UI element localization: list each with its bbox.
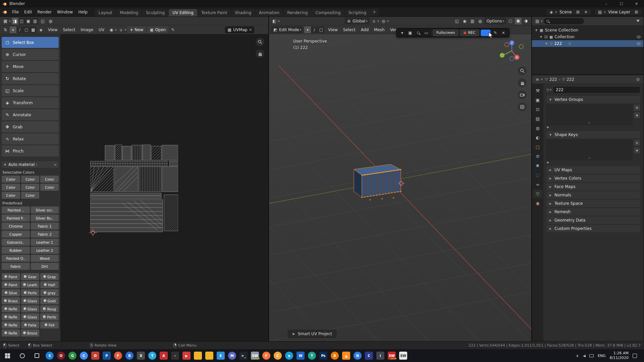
- tool-button[interactable]: ∿ Relax: [2, 133, 59, 144]
- taskbar-app-icon[interactable]: F: [114, 352, 122, 360]
- predefined-material-button[interactable]: Rubber: [2, 247, 30, 254]
- tool-button[interactable]: ↻ Rotate: [2, 73, 59, 84]
- operator-panel[interactable]: ▶ Smart UV Project: [288, 330, 336, 338]
- color-button[interactable]: Color: [40, 176, 59, 183]
- vertex-group-specials-button[interactable]: ▾: [634, 112, 640, 119]
- predefined-material-button[interactable]: Fabric: [2, 263, 30, 270]
- taskbar-app-icon[interactable]: N: [354, 352, 362, 360]
- workspace-tab[interactable]: Modeling: [116, 9, 142, 16]
- properties-tab[interactable]: ◌: [533, 171, 542, 179]
- uv-editor-menu[interactable]: UV: [96, 27, 107, 32]
- workspace-tab[interactable]: Texture Paint: [198, 9, 231, 16]
- taskbar-app-icon[interactable]: G: [68, 352, 76, 360]
- predefined-material-button[interactable]: Leather 2: [31, 247, 59, 254]
- properties-tab[interactable]: ▽: [533, 190, 542, 198]
- new-view-layer-icon[interactable]: ⊞: [633, 9, 640, 15]
- recorder-close-icon[interactable]: ✕: [500, 29, 507, 36]
- delete-scene-icon[interactable]: ✕: [583, 9, 589, 15]
- specials-arrow-icon[interactable]: ▶: [547, 126, 640, 129]
- outliner-row-collection[interactable]: ▼ ☑ ▦ Collection: [532, 34, 643, 40]
- workspace-tab[interactable]: Animation: [255, 9, 283, 16]
- collection-checkbox[interactable]: ☑: [544, 35, 548, 39]
- taskbar-app-icon[interactable]: ▶: [182, 352, 191, 360]
- minimize-button[interactable]: –: [599, 0, 614, 7]
- taskbar-app-icon[interactable]: C: [365, 352, 373, 360]
- pan-hand-icon[interactable]: [256, 49, 264, 58]
- image-open-button[interactable]: ▣Open: [147, 26, 168, 33]
- unlink-icon[interactable]: ✕: [249, 28, 252, 32]
- uv-editor-menu[interactable]: Image: [78, 27, 96, 32]
- taskbar-app-icon[interactable]: –: [171, 352, 179, 360]
- uv-editor-menu[interactable]: Select: [60, 27, 78, 32]
- specials-arrow-icon[interactable]: ▶: [547, 161, 640, 164]
- task-view-icon[interactable]: [30, 349, 44, 362]
- tray-expand-icon[interactable]: ∧: [576, 354, 579, 358]
- close-button[interactable]: ✕: [629, 0, 644, 7]
- material-button[interactable]: Perfo: [21, 289, 40, 296]
- snap-magnet-icon[interactable]: ∪: [371, 18, 377, 24]
- taskbar-app-icon[interactable]: >_: [239, 352, 248, 360]
- tool-button[interactable]: ✛ Move: [2, 61, 59, 72]
- menubar-menu[interactable]: Edit: [21, 10, 35, 14]
- sticky-select-icon[interactable]: ◈: [38, 26, 44, 33]
- new-scene-icon[interactable]: ⊞: [575, 9, 581, 15]
- camera-view-icon[interactable]: [518, 90, 527, 99]
- workspace-tab[interactable]: Layout: [95, 9, 116, 16]
- show-gizmo-icon[interactable]: ◱: [453, 18, 460, 24]
- panel-collapsed[interactable]: ▶ Texture Space: [546, 200, 640, 207]
- outliner-row-object-222[interactable]: ▼ ▽ 222 ▽: [532, 40, 643, 47]
- predefined-material-button[interactable]: Copper: [2, 231, 30, 238]
- panel-collapsed[interactable]: ▶ Normals: [546, 191, 640, 199]
- resize-grip-icon[interactable]: ≡: [588, 157, 591, 160]
- hide-in-viewport-icon[interactable]: [637, 42, 641, 45]
- display-toggle-icon[interactable]: ◫: [18, 18, 25, 24]
- search-icon[interactable]: [15, 349, 30, 362]
- material-button[interactable]: Gold: [40, 297, 59, 304]
- outliner-search-input[interactable]: [544, 18, 584, 24]
- hide-in-viewport-icon[interactable]: [637, 36, 641, 38]
- predefined-material-button[interactable]: Dirt: [31, 263, 59, 270]
- add-workspace-button[interactable]: +: [370, 8, 379, 16]
- properties-tab[interactable]: ⚙: [533, 152, 542, 160]
- pan-hand-icon[interactable]: [518, 78, 527, 87]
- taskbar-app-icon[interactable]: X: [137, 352, 145, 360]
- menubar-menu[interactable]: File: [9, 10, 21, 14]
- material-button[interactable]: Silve: [2, 289, 20, 296]
- display-toggle-icon[interactable]: ▣: [25, 18, 32, 24]
- material-button[interactable]: Bronz: [21, 329, 40, 337]
- tool-button[interactable]: ◱ Scale: [2, 85, 59, 96]
- taskbar-app-icon[interactable]: i: [376, 352, 384, 360]
- mode-dropdown[interactable]: ◩ Edit Mode ▾: [271, 26, 303, 33]
- properties-tab[interactable]: ⊡: [533, 105, 542, 113]
- select-edge-icon[interactable]: ∕: [311, 26, 318, 33]
- tool-button[interactable]: ✎ Annotate: [2, 109, 59, 120]
- zoom-icon[interactable]: [518, 66, 527, 75]
- taskbar-app-icon[interactable]: C: [80, 352, 88, 360]
- taskbar-app-icon[interactable]: A: [160, 352, 168, 360]
- shape-key-specials-button[interactable]: ▾: [634, 147, 640, 154]
- language-indicator[interactable]: ENG: [598, 354, 606, 358]
- taskbar-app-icon[interactable]: O: [91, 352, 99, 360]
- viewport-menu[interactable]: Select: [340, 27, 358, 32]
- predefined-material-button[interactable]: Galvaniz..: [2, 239, 30, 246]
- workspace-tab[interactable]: Rendering: [283, 9, 311, 16]
- taskbar-app-icon[interactable]: B: [125, 352, 133, 360]
- uv-editor-menu[interactable]: View: [45, 27, 60, 32]
- select-face-icon[interactable]: ▢: [318, 26, 324, 33]
- taskbar-app-icon[interactable]: SW: [399, 352, 407, 360]
- predefined-material-button[interactable]: Painted O..: [2, 255, 30, 262]
- recorder-dropdown-icon[interactable]: ▾: [399, 29, 406, 36]
- taskbar-app-icon[interactable]: O: [57, 352, 65, 360]
- workspace-tab[interactable]: Scripting: [345, 9, 370, 16]
- tool-button[interactable]: ✥ Grab: [2, 121, 59, 132]
- recorder-region-icon[interactable]: ▭: [423, 29, 430, 36]
- workspace-tab[interactable]: Sculpting: [142, 9, 168, 16]
- predefined-material-button[interactable]: Fabric 2: [31, 231, 59, 238]
- panel-shape-keys[interactable]: ▼ Shape Keys: [546, 131, 640, 138]
- predefined-material-button[interactable]: Painted ..: [2, 206, 30, 214]
- add-vertex-group-button[interactable]: +: [634, 104, 640, 111]
- taskbar-app-icon[interactable]: Ps: [319, 352, 327, 360]
- predefined-material-button[interactable]: Chrome: [2, 223, 30, 230]
- uv-sync-select-icon[interactable]: ⇅: [2, 26, 9, 33]
- predefined-material-button[interactable]: Fabric 1: [31, 223, 59, 230]
